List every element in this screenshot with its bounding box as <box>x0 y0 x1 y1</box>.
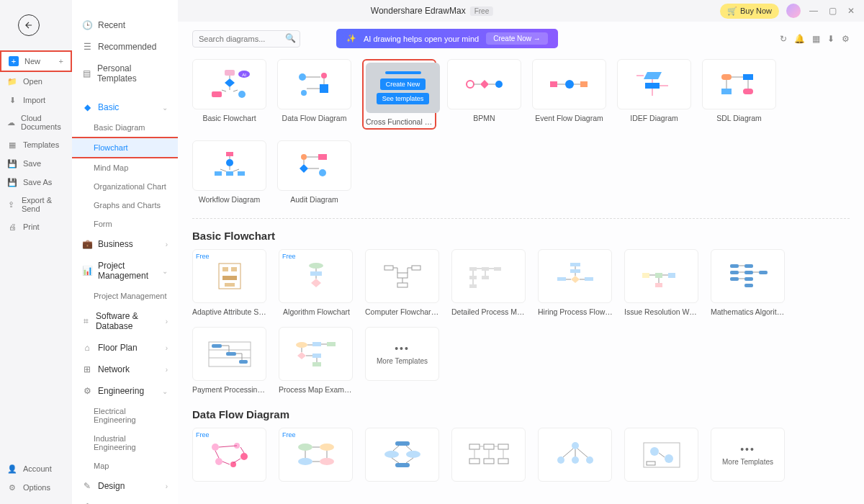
svg-rect-77 <box>312 362 321 366</box>
ai-banner[interactable]: ✨ AI drawing helps open your mind Create… <box>336 29 558 48</box>
cat-network[interactable]: ⊞Network› <box>72 359 178 380</box>
sidebar-item-account[interactable]: 👤Account <box>0 459 72 478</box>
maximize-button[interactable]: ▢ <box>827 5 838 17</box>
cat-recent[interactable]: 🕒Recent <box>72 14 178 36</box>
tpl-label: Cross Functional Flow... <box>366 117 433 126</box>
close-button[interactable]: ✕ <box>845 5 857 17</box>
bf-item-5[interactable]: Issue Resolution Workflow ... <box>624 249 700 316</box>
cat-form[interactable]: Form <box>72 215 178 233</box>
dfd-item-4[interactable] <box>538 428 613 495</box>
shapes-icon: ◆ <box>82 102 92 112</box>
create-new-button[interactable]: Create New <box>380 78 426 90</box>
sidebar-item-import[interactable]: ⬇Import <box>0 91 72 109</box>
search-icon[interactable]: 🔍 <box>285 33 296 43</box>
tpl-basic-flowchart[interactable]: AI Basic Flowchart <box>192 59 266 130</box>
cat-design[interactable]: ✎Design› <box>72 475 178 497</box>
cat-flowchart[interactable]: Flowchart <box>72 137 178 158</box>
cat-engineering[interactable]: ⚙Engineering⌄ <box>72 380 178 402</box>
cat-orgchart[interactable]: Organizational Chart <box>72 177 178 196</box>
cat-mindmap[interactable]: Mind Map <box>72 158 178 177</box>
saveas-icon: 💾 <box>7 177 17 187</box>
bf-item-6[interactable]: Mathematics Algorithm Fl... <box>711 249 786 316</box>
buy-now-button[interactable]: 🛒 Buy Now <box>720 4 779 19</box>
tpl-event-flow[interactable]: Event Flow Diagram <box>532 59 606 130</box>
settings-icon[interactable]: ⚙ <box>842 34 850 44</box>
svg-point-9 <box>301 90 307 96</box>
dfd-item-1[interactable]: Free <box>279 428 354 495</box>
create-now-button[interactable]: Create Now → <box>486 32 548 45</box>
sidebar-item-export[interactable]: ⇪Export & Send <box>0 192 72 217</box>
tpl-workflow[interactable]: Workflow Diagram <box>192 140 266 204</box>
sidebar-item-new[interactable]: + New + <box>0 50 72 72</box>
dfd-more[interactable]: •••More Templates <box>711 428 786 495</box>
grid-icon[interactable]: ▦ <box>812 34 820 44</box>
sidebar-item-save[interactable]: 💾Save <box>0 154 72 173</box>
tpl-cross-functional[interactable]: Create New See templates Cross Functiona… <box>362 59 436 130</box>
sidebar-item-cloud[interactable]: ☁Cloud Documents <box>0 109 72 135</box>
bell-icon[interactable]: 🔔 <box>794 34 805 44</box>
tpl-idef[interactable]: IDEF Diagram <box>617 59 691 130</box>
tpl-bpmn[interactable]: BPMN <box>447 59 521 130</box>
sidebar-item-options[interactable]: ⚙Options <box>0 478 72 497</box>
bf-item-2[interactable]: Computer Flowchart Temp... <box>365 249 441 316</box>
cat-personal[interactable]: ▤Personal Templates <box>72 58 178 89</box>
buy-label: Buy Now <box>740 6 772 15</box>
tpl-audit[interactable]: Audit Diagram <box>277 140 351 204</box>
bf-item-8[interactable]: Process Map Examples Te... <box>279 327 354 394</box>
cat-education[interactable]: 🎓Education› <box>72 497 178 504</box>
sidebar-item-templates[interactable]: ▦Templates <box>0 135 72 154</box>
svg-rect-19 <box>743 74 753 80</box>
cat-basic[interactable]: ◆Basic⌄ <box>72 96 178 118</box>
see-templates-button[interactable]: See templates <box>377 93 430 104</box>
cat-pm[interactable]: 📊Project Management⌄ <box>72 255 178 287</box>
download-icon[interactable]: ⬇ <box>827 34 834 44</box>
sidebar-item-saveas[interactable]: 💾Save As <box>0 173 72 192</box>
cat-map[interactable]: Map <box>72 456 178 475</box>
sidebar-item-open[interactable]: 📁Open <box>0 72 72 91</box>
cat-business[interactable]: 💼Business› <box>72 233 178 255</box>
sidebar-item-print[interactable]: 🖨Print <box>0 217 72 236</box>
avatar[interactable] <box>786 4 801 18</box>
cat-pm-sub[interactable]: Project Management <box>72 287 178 305</box>
bf-item-4[interactable]: Hiring Process Flowchart <box>538 249 613 316</box>
cat-software[interactable]: ⌗Software & Database› <box>72 305 178 337</box>
free-tag: Free <box>282 253 296 260</box>
bf-item-7[interactable]: Payment Processing Workf... <box>192 327 268 394</box>
search-input[interactable] <box>192 30 300 48</box>
add-icon[interactable]: + <box>59 57 63 66</box>
cat-floor[interactable]: ⌂Floor Plan› <box>72 337 178 359</box>
minimize-button[interactable]: — <box>808 5 819 17</box>
tpl-sdl[interactable]: SDL Diagram <box>702 59 776 130</box>
cat-recommended[interactable]: ☰Recommended <box>72 36 178 58</box>
bf-item-1[interactable]: FreeAlgorithm Flowchart <box>279 249 354 316</box>
history-icon[interactable]: ↻ <box>780 34 787 44</box>
svg-rect-61 <box>744 264 753 268</box>
chevron-right-icon: › <box>166 366 168 374</box>
back-button[interactable] <box>18 14 40 36</box>
svg-rect-95 <box>484 459 494 464</box>
print-label: Print <box>23 222 40 231</box>
bf-label: Issue Resolution Workflow ... <box>624 307 700 316</box>
account-label: Account <box>23 464 52 473</box>
cat-ind[interactable]: Industrial Engineering <box>72 429 178 456</box>
svg-rect-53 <box>585 277 593 281</box>
dfd-item-0[interactable]: Free <box>192 428 268 495</box>
bf-item-0[interactable]: FreeAdaptive Attribute Selectio... <box>192 249 268 316</box>
tpl-dfd[interactable]: Data Flow Diagram <box>277 59 351 130</box>
cart-icon: 🛒 <box>727 6 737 16</box>
bf-label: Algorithm Flowchart <box>279 307 354 316</box>
bf-more[interactable]: •••More Templates <box>365 327 441 394</box>
bf-item-3[interactable]: Detailed Process Map Tem... <box>451 249 527 316</box>
svg-rect-70 <box>226 352 236 356</box>
cat-elec[interactable]: Electrical Engineering <box>72 402 178 429</box>
dfd-item-3[interactable] <box>451 428 527 495</box>
dfd-item-5[interactable] <box>624 428 700 495</box>
template-types-grid: AI Basic Flowchart Data Flow Diagram Cre… <box>192 59 850 204</box>
svg-point-99 <box>572 456 579 464</box>
cat-graphs[interactable]: Graphs and Charts <box>72 196 178 215</box>
cat-basic-diagram[interactable]: Basic Diagram <box>72 118 178 137</box>
svg-rect-94 <box>469 459 480 464</box>
dfd-item-2[interactable] <box>365 428 441 495</box>
svg-marker-16 <box>644 72 662 79</box>
svg-rect-56 <box>668 273 675 278</box>
